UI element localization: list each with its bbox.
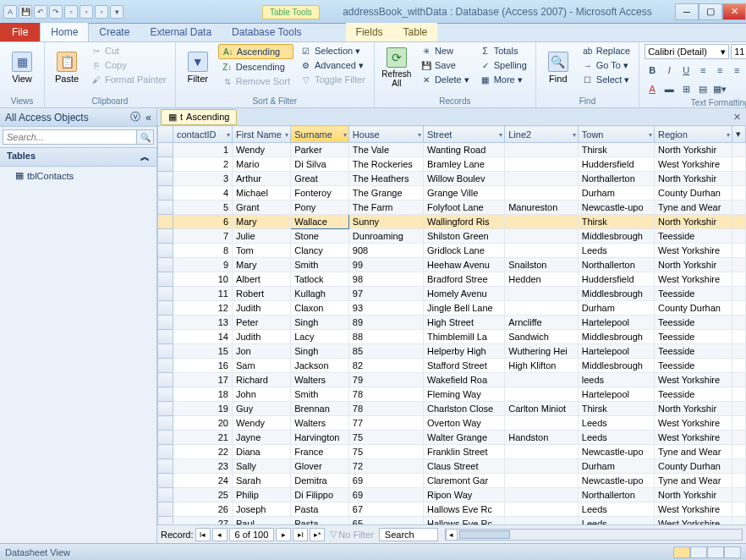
cell[interactable] <box>505 416 579 431</box>
search-input[interactable] <box>3 129 137 145</box>
cell[interactable]: Snailston <box>505 258 579 272</box>
filter-dropdown-icon[interactable]: ▾ <box>285 130 288 138</box>
nav-section-tables[interactable]: Tables ︽ <box>0 147 156 167</box>
cell[interactable]: 12 <box>173 301 233 316</box>
cell[interactable]: Sarah <box>233 474 291 488</box>
qat-dropdown-icon[interactable]: ▾ <box>110 5 123 19</box>
cell[interactable]: Albert <box>233 272 291 287</box>
align-center-icon[interactable]: ≡ <box>712 63 727 78</box>
cell[interactable]: Hartelepool <box>578 316 654 330</box>
cell[interactable]: West Yorkshire <box>654 157 732 172</box>
toggle-filter-button[interactable]: ▽Toggle Filter <box>297 73 369 86</box>
cell[interactable]: 67 <box>348 502 423 517</box>
cell[interactable] <box>732 373 746 387</box>
cell[interactable]: Di Filippo <box>291 488 349 502</box>
cell[interactable]: Sunny <box>348 215 423 229</box>
qat-icon[interactable]: ▫ <box>64 5 78 19</box>
cell[interactable]: Newcastle-upo <box>578 200 654 215</box>
cell[interactable]: Leeds <box>578 244 654 258</box>
delete-button[interactable]: ✕Delete ▾ <box>417 73 473 86</box>
cell[interactable] <box>732 344 746 359</box>
cell[interactable]: Bramley Lane <box>423 157 504 172</box>
cell[interactable] <box>732 157 746 172</box>
cell[interactable] <box>505 517 579 525</box>
tab-file[interactable]: File <box>0 23 40 41</box>
filter-dropdown-icon[interactable]: ▾ <box>499 130 502 138</box>
cell[interactable]: Northallerton <box>578 172 654 186</box>
cell[interactable]: Glover <box>291 459 349 474</box>
cell[interactable]: 97 <box>348 287 423 301</box>
cell[interactable]: West Yorkshire <box>654 244 732 258</box>
cell[interactable]: Fleming Way <box>423 387 504 402</box>
cell[interactable]: Folyfoot Lane <box>423 200 504 215</box>
cell[interactable] <box>505 387 579 402</box>
cell[interactable]: 14 <box>173 330 233 344</box>
underline-button[interactable]: U <box>678 63 694 78</box>
cell[interactable]: Walters <box>291 416 349 431</box>
cell[interactable]: 20 <box>173 416 233 431</box>
close-button[interactable]: ✕ <box>722 3 746 20</box>
cell[interactable]: North Yorkshir <box>654 488 732 502</box>
cell[interactable]: 79 <box>348 373 423 387</box>
record-search-input[interactable]: Search <box>379 528 438 541</box>
cell[interactable] <box>505 445 579 459</box>
cell[interactable]: Singh <box>291 316 349 330</box>
row-selector[interactable] <box>158 431 173 445</box>
cell[interactable]: 23 <box>173 459 233 474</box>
cell[interactable]: North Yorkshir <box>654 172 732 186</box>
cell[interactable]: Middlesbrough <box>578 359 654 373</box>
cell[interactable]: 72 <box>348 459 423 474</box>
cell[interactable] <box>732 272 746 287</box>
cell[interactable]: Willow Boulev <box>423 172 504 186</box>
cell[interactable]: Wendy <box>233 143 291 157</box>
cell[interactable]: Durham <box>578 459 654 474</box>
tab-fields[interactable]: Fields <box>346 23 393 41</box>
row-selector[interactable] <box>158 200 173 215</box>
cell[interactable]: West Yorkshire <box>654 373 732 387</box>
cell[interactable]: Teesside <box>654 287 732 301</box>
cell[interactable]: Sam <box>233 359 291 373</box>
cell[interactable] <box>732 200 746 215</box>
row-selector[interactable] <box>158 474 173 488</box>
collapse-icon[interactable]: « <box>145 112 151 124</box>
cell[interactable] <box>505 172 579 186</box>
cell[interactable]: Tyne and Wear <box>654 474 732 488</box>
cell[interactable] <box>732 215 746 229</box>
cell[interactable]: Newcastle-upo <box>578 474 654 488</box>
cell[interactable] <box>732 186 746 200</box>
bold-button[interactable]: B <box>645 63 660 78</box>
cell[interactable]: Lacy <box>291 330 349 344</box>
cell[interactable]: Teesside <box>654 387 732 402</box>
cell[interactable]: 17 <box>173 373 233 387</box>
alt-row-icon[interactable]: ▤ <box>695 81 710 96</box>
cell[interactable] <box>732 287 746 301</box>
cell[interactable]: Walter Grange <box>423 431 504 445</box>
find-button[interactable]: 🔍 Find <box>541 44 575 91</box>
cell[interactable]: Hallows Eve Rc <box>423 517 504 525</box>
cell[interactable]: Clancy <box>291 244 349 258</box>
cell[interactable]: 18 <box>173 387 233 402</box>
cell[interactable]: Middlesbrough <box>578 330 654 344</box>
cell[interactable]: Kullagh <box>291 287 349 301</box>
search-button[interactable]: 🔍 <box>137 129 154 145</box>
cell[interactable]: The Farm <box>348 200 423 215</box>
cell[interactable]: County Durhan <box>654 186 732 200</box>
cell[interactable]: 88 <box>348 330 423 344</box>
row-selector[interactable] <box>158 387 173 402</box>
last-record-button[interactable]: ▸I <box>293 528 308 541</box>
cell[interactable] <box>505 287 579 301</box>
cell[interactable]: Michael <box>233 186 291 200</box>
cell[interactable]: 6 <box>173 215 233 229</box>
cell[interactable]: Thimblemill La <box>423 330 504 344</box>
cell[interactable]: Gridlock Lane <box>423 244 504 258</box>
cell[interactable]: 78 <box>348 387 423 402</box>
cell[interactable]: The Heathers <box>348 172 423 186</box>
cell[interactable]: Manureston <box>505 200 579 215</box>
cell[interactable]: Teesside <box>654 229 732 244</box>
cell[interactable]: Sally <box>233 459 291 474</box>
save-button[interactable]: 💾Save <box>417 58 473 72</box>
new-button[interactable]: ✳New <box>417 44 473 58</box>
cell[interactable]: Tatlock <box>291 272 349 287</box>
cell[interactable]: Diana <box>233 445 291 459</box>
cell[interactable]: 75 <box>348 445 423 459</box>
